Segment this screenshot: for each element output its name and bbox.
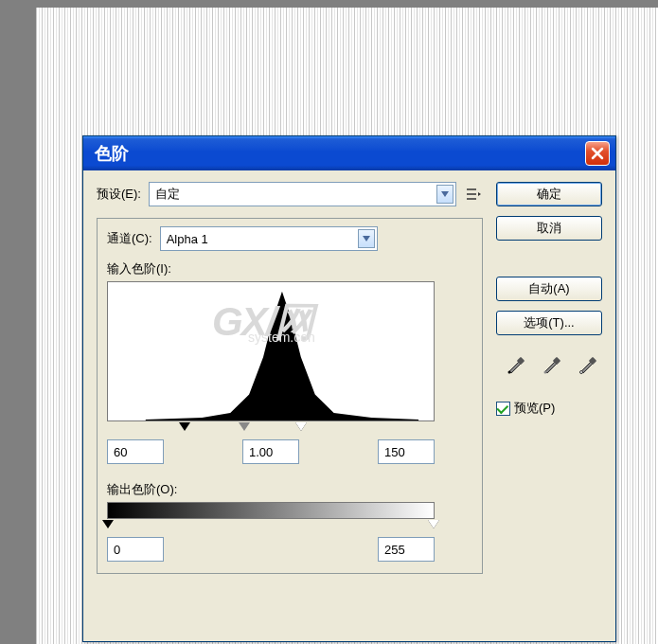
left-column: 预设(E): 自定 通道(C): Alpha 1 [97,182,483,574]
output-low-input[interactable]: 0 [107,537,164,562]
preset-label: 预设(E): [97,186,141,203]
close-button[interactable] [585,141,610,166]
shadow-input[interactable]: 60 [107,439,164,464]
highlight-input[interactable]: 150 [378,439,435,464]
channel-row: 通道(C): Alpha 1 [107,226,472,251]
white-point-eyedropper-icon[interactable] [574,352,602,377]
output-low-slider[interactable] [102,520,114,528]
levels-dialog: 色阶 预设(E): 自定 通道(C): [82,135,616,642]
channel-label: 通道(C): [107,230,152,247]
ok-button[interactable]: 确定 [496,182,602,206]
cancel-button[interactable]: 取消 [496,216,602,241]
dialog-title: 色阶 [95,142,129,165]
highlight-slider[interactable] [295,422,307,431]
midtone-slider[interactable] [239,422,250,431]
output-slider-track[interactable] [107,520,435,531]
output-gradient [107,502,435,519]
histogram: GX/网 system.con [107,281,435,421]
levels-fieldset: 通道(C): Alpha 1 输入色阶(I): GX/网 system.con [97,218,483,574]
svg-point-3 [544,371,547,374]
input-level-values: 60 1.00 150 [107,439,435,464]
svg-point-1 [508,371,511,374]
dialog-body: 预设(E): 自定 通道(C): Alpha 1 [83,170,615,587]
gray-point-eyedropper-icon[interactable] [538,352,566,377]
midtone-input[interactable]: 1.00 [242,439,299,464]
channel-value: Alpha 1 [167,232,358,246]
black-point-eyedropper-icon[interactable] [502,352,530,377]
preview-row: 预览(P) [496,400,602,417]
output-level-values: 0 255 [107,537,435,562]
close-icon [591,147,604,160]
preview-checkbox[interactable] [496,402,510,416]
preset-combo[interactable]: 自定 [149,182,456,206]
options-button[interactable]: 选项(T)... [496,311,602,335]
chevron-down-icon[interactable] [436,185,453,204]
input-slider-track[interactable] [107,422,435,434]
output-high-input[interactable]: 255 [378,537,435,562]
shadow-slider[interactable] [179,422,190,431]
chevron-down-icon[interactable] [358,229,375,248]
input-levels-label: 输入色阶(I): [107,260,472,277]
titlebar[interactable]: 色阶 [83,136,615,170]
output-high-slider[interactable] [428,520,439,528]
channel-combo[interactable]: Alpha 1 [160,226,378,251]
preview-label: 预览(P) [514,400,555,417]
eyedropper-group [496,352,602,377]
preset-menu-icon[interactable] [464,185,483,204]
right-column: 确定 取消 自动(A) 选项(T)... 预览(P) [496,182,602,574]
preset-row: 预设(E): 自定 [97,182,483,206]
auto-button[interactable]: 自动(A) [496,277,602,301]
preset-value: 自定 [155,186,436,203]
output-levels-label: 输出色阶(O): [107,481,472,498]
svg-point-5 [580,371,583,374]
